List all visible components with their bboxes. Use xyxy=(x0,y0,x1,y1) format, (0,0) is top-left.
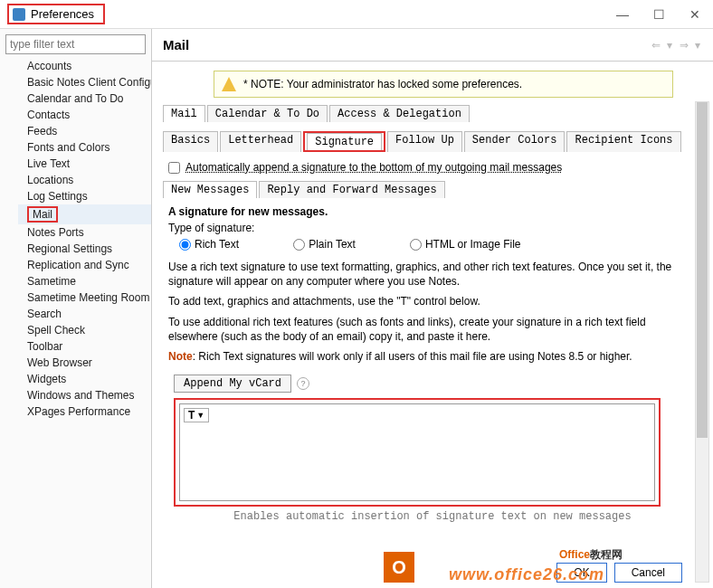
tree-item-accounts[interactable]: Accounts xyxy=(18,58,151,74)
footer-description: Enables automatic insertion of signature… xyxy=(168,510,697,523)
append-vcard-button[interactable]: Append My vCard xyxy=(174,375,291,393)
radio-html[interactable]: HTML or Image File xyxy=(410,238,521,251)
auto-append-checkbox[interactable] xyxy=(168,162,180,174)
tab-basics[interactable]: Basics xyxy=(163,131,218,152)
tree-item-widgets[interactable]: Widgets xyxy=(18,371,151,387)
tab-letterhead[interactable]: Letterhead xyxy=(220,131,301,152)
type-radios: Rich Text Plain Text HTML or Image File xyxy=(179,238,697,251)
main-panel: Mail ⇐ ▾ ⇒ ▾ * NOTE: Your administrator … xyxy=(152,29,713,588)
tab-recipient[interactable]: Recipient Icons xyxy=(566,131,680,152)
brand-logo: O xyxy=(384,552,414,583)
admin-note-text: * NOTE: Your administrator has locked so… xyxy=(243,78,522,90)
help-icon[interactable]: ? xyxy=(297,377,309,390)
tree-item-ports[interactable]: Notes Ports xyxy=(18,224,151,241)
sidebar: Accounts Basic Notes Client Configu Cale… xyxy=(0,29,152,588)
radio-plaintext[interactable]: Plain Text xyxy=(293,238,356,251)
brand-name: Office教程网 xyxy=(559,547,623,563)
tab-sendercolors[interactable]: Sender Colors xyxy=(464,131,566,152)
tab-followup[interactable]: Follow Up xyxy=(387,131,462,152)
tabs-level3: New Messages Reply and Forward Messages xyxy=(163,181,709,198)
content: * NOTE: Your administrator has locked so… xyxy=(152,62,713,588)
scrollbar-thumb[interactable] xyxy=(697,102,708,438)
tab-access[interactable]: Access & Delegation xyxy=(329,105,470,122)
tree-item-calendar[interactable]: Calendar and To Do xyxy=(18,90,151,107)
tab-mail[interactable]: Mail xyxy=(163,105,205,122)
tree-item-spell[interactable]: Spell Check xyxy=(18,322,151,338)
tree-item-sametime[interactable]: Sametime xyxy=(18,273,151,289)
admin-note: * NOTE: Your administrator has locked so… xyxy=(214,71,673,98)
radio-plaintext-input[interactable] xyxy=(293,239,305,251)
tabs-level1: Mail Calendar & To Do Access & Delegatio… xyxy=(163,105,709,122)
app-icon xyxy=(13,8,25,21)
tree-item-windows[interactable]: Windows and Themes xyxy=(18,387,151,403)
radio-html-input[interactable] xyxy=(410,239,422,251)
auto-append-label: Automatically append a signature to the … xyxy=(185,161,562,174)
tab-calendar[interactable]: Calendar & To Do xyxy=(207,105,328,122)
prefs-tree: Accounts Basic Notes Client Configu Cale… xyxy=(0,58,151,420)
title-highlight: Preferences xyxy=(7,4,105,24)
filter-input[interactable] xyxy=(5,34,146,54)
tree-item-toolbar[interactable]: Toolbar xyxy=(18,338,151,355)
chevron-down-icon: ▼ xyxy=(196,411,204,420)
richtext-highlight: T▼ xyxy=(174,398,661,507)
tree-item-mail[interactable]: Mail xyxy=(18,204,151,224)
cancel-button[interactable]: Cancel xyxy=(614,563,682,583)
sig-heading: A signature for new messages. xyxy=(168,205,697,218)
tree-item-log[interactable]: Log Settings xyxy=(18,188,151,204)
para-2: To add text, graphics and attachments, u… xyxy=(168,294,697,308)
tree-item-regional[interactable]: Regional Settings xyxy=(18,241,151,257)
para-1: Use a rich text signature to use text fo… xyxy=(168,260,697,289)
titlebar: Preferences — ☐ ✕ xyxy=(0,0,713,29)
ok-button[interactable]: OK xyxy=(556,563,606,583)
para-4: : Rich Text signatures will work only if… xyxy=(193,350,632,363)
close-button[interactable]: ✕ xyxy=(677,0,713,29)
para-note: Note: Rich Text signatures will work onl… xyxy=(168,349,697,364)
window-title: Preferences xyxy=(31,7,94,21)
para-3: To use additional rich text features (su… xyxy=(168,315,697,344)
t-control[interactable]: T▼ xyxy=(184,408,209,422)
tree-item-xpages[interactable]: XPages Performance xyxy=(18,403,151,420)
append-row: Append My vCard ? xyxy=(174,375,697,393)
tree-item-feeds[interactable]: Feeds xyxy=(18,123,151,139)
filter-box xyxy=(5,34,146,54)
page-header: Mail ⇐ ▾ ⇒ ▾ xyxy=(152,29,713,62)
tree-item-replication[interactable]: Replication and Sync xyxy=(18,257,151,273)
maximize-button[interactable]: ☐ xyxy=(641,0,677,29)
note-label: Note xyxy=(168,350,193,363)
dialog-buttons: OK Cancel xyxy=(556,563,682,583)
tab-signature[interactable]: Signature xyxy=(307,133,382,150)
tree-item-search[interactable]: Search xyxy=(18,306,151,322)
auto-append-row: Automatically append a signature to the … xyxy=(168,161,709,174)
radio-richtext-input[interactable] xyxy=(179,239,191,251)
window-buttons: — ☐ ✕ xyxy=(604,0,713,29)
tab-new-messages[interactable]: New Messages xyxy=(163,181,257,198)
richtext-editor[interactable]: T▼ xyxy=(179,403,655,501)
tree-item-locations[interactable]: Locations xyxy=(18,172,151,188)
type-label: Type of signature: xyxy=(168,222,697,234)
tabs-level2: Basics Letterhead Signature Follow Up Se… xyxy=(163,131,709,152)
page-title: Mail xyxy=(163,37,189,52)
signature-highlight: Signature xyxy=(303,131,385,152)
minimize-button[interactable]: — xyxy=(604,0,641,29)
nav-arrows[interactable]: ⇐ ▾ ⇒ ▾ xyxy=(651,39,702,52)
tree-item-fonts[interactable]: Fonts and Colors xyxy=(18,139,151,156)
warning-icon xyxy=(222,77,236,91)
signature-section: A signature for new messages. Type of si… xyxy=(159,198,709,523)
tree-item-web[interactable]: Web Browser xyxy=(18,355,151,371)
tree-item-contacts[interactable]: Contacts xyxy=(18,107,151,123)
radio-richtext[interactable]: Rich Text xyxy=(179,238,239,251)
vertical-scrollbar[interactable] xyxy=(695,101,709,583)
tree-item-livetext[interactable]: Live Text xyxy=(18,156,151,172)
tab-reply-forward[interactable]: Reply and Forward Messages xyxy=(259,181,444,198)
mail-highlight: Mail xyxy=(27,206,58,223)
tree-item-basic-notes[interactable]: Basic Notes Client Configu xyxy=(18,74,151,90)
tree-item-sametime-room[interactable]: Sametime Meeting Room xyxy=(18,289,151,306)
